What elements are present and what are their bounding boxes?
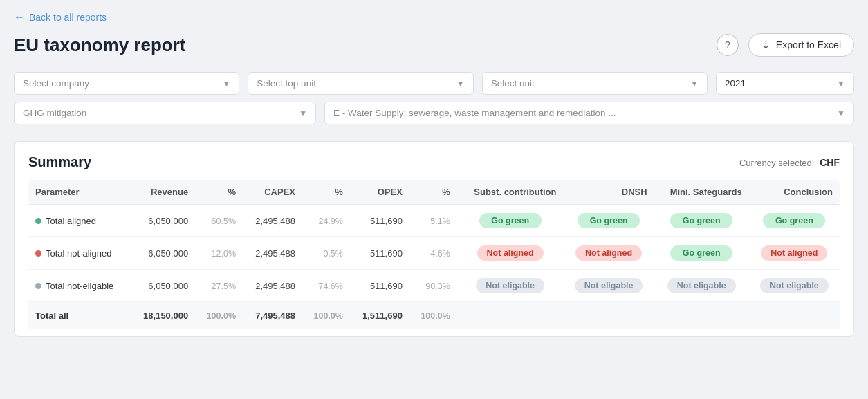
ghg-value: GHG mitigation [23, 108, 86, 118]
cell-opex: 511,690 [350, 205, 409, 237]
col-capex: CAPEX [243, 180, 302, 205]
chevron-down-icon: ▼ [299, 109, 307, 118]
help-icon: ? [725, 39, 730, 50]
conclusion-badge: Not eligable [760, 278, 829, 293]
currency-label: Currency selected: [739, 158, 814, 168]
cell-total-subst [457, 302, 564, 330]
col-opex: OPEX [350, 180, 409, 205]
top-unit-select[interactable]: Select top unit ▼ [248, 72, 473, 95]
cell-total-conclusion [749, 302, 840, 330]
cell-total-capex-pct: 100.0% [302, 302, 350, 330]
table-total-row: Total all 18,150,000 100.0% 7,495,488 10… [28, 302, 840, 330]
company-placeholder: Select company [23, 78, 89, 89]
row-dot-icon [35, 283, 41, 289]
cell-total-capex: 7,495,488 [243, 302, 302, 330]
cell-capex-pct: 74.6% [302, 270, 350, 302]
cell-capex: 2,495,488 [243, 205, 302, 237]
cell-capex: 2,495,488 [243, 270, 302, 302]
cell-total-revenue: 18,150,000 [130, 302, 195, 330]
unit-placeholder: Select unit [491, 78, 535, 89]
cell-capex: 2,495,488 [243, 237, 302, 270]
cell-revenue: 6,050,000 [130, 270, 195, 302]
cell-total-mini [654, 302, 749, 330]
cell-revenue-pct: 27.5% [195, 270, 243, 302]
chevron-down-icon: ▼ [837, 79, 845, 89]
cell-parameter: Total not-eligable [28, 270, 130, 302]
chevron-down-icon: ▼ [690, 79, 699, 89]
dnsh-badge: Not eligable [575, 278, 643, 293]
ghg-select[interactable]: GHG mitigation ▼ [14, 102, 316, 124]
sector-select[interactable]: E - Water Supply; sewerage, waste manage… [324, 102, 854, 124]
subst-badge: Not aligned [477, 245, 544, 261]
cell-opex-pct: 4.6% [409, 237, 457, 270]
cell-conclusion: Go green [749, 205, 840, 237]
unit-select[interactable]: Select unit ▼ [482, 72, 708, 95]
download-icon: ⇣ [761, 39, 770, 51]
page-title: EU taxonomy report [14, 35, 186, 56]
cell-revenue: 6,050,000 [130, 237, 195, 270]
currency-value: CHF [820, 157, 840, 168]
mini-badge: Go green [670, 245, 732, 261]
col-revenue-pct: % [195, 180, 243, 205]
summary-header: Summary Currency selected: CHF [28, 154, 840, 170]
cell-capex-pct: 24.9% [302, 205, 350, 237]
header-actions: ? ⇣ Export to Excel [717, 33, 854, 57]
mini-badge: Not eligable [667, 278, 736, 293]
conclusion-badge: Not aligned [761, 245, 827, 261]
cell-subst: Go green [457, 205, 564, 237]
currency-info: Currency selected: CHF [739, 157, 840, 168]
summary-section: Summary Currency selected: CHF Parameter… [14, 141, 854, 337]
sector-value: E - Water Supply; sewerage, waste manage… [333, 108, 616, 118]
col-opex-pct: % [409, 180, 457, 205]
page-header: EU taxonomy report ? ⇣ Export to Excel [14, 33, 854, 57]
chevron-down-icon: ▼ [456, 79, 465, 89]
cell-mini: Not eligable [654, 270, 749, 302]
conclusion-badge: Go green [763, 213, 825, 228]
col-capex-pct: % [302, 180, 350, 205]
table-row: Total aligned 6,050,000 60.5% 2,495,488 … [28, 205, 840, 237]
summary-table: Parameter Revenue % CAPEX % OPEX % Subst… [28, 180, 840, 329]
cell-dnsh: Go green [563, 205, 654, 237]
help-button[interactable]: ? [717, 34, 739, 56]
col-dnsh: DNSH [563, 180, 654, 205]
chevron-down-icon: ▼ [837, 109, 845, 118]
cell-revenue-pct: 12.0% [195, 237, 243, 270]
company-select[interactable]: Select company ▼ [14, 72, 239, 95]
cell-total-opex-pct: 100.0% [409, 302, 457, 330]
cell-parameter: Total aligned [28, 205, 130, 237]
col-revenue: Revenue [130, 180, 195, 205]
chevron-down-icon: ▼ [222, 79, 230, 89]
cell-total-dnsh [563, 302, 654, 330]
cell-capex-pct: 0.5% [302, 237, 350, 270]
cell-parameter: Total not-aligned [28, 237, 130, 270]
dnsh-badge: Go green [578, 213, 640, 228]
back-link[interactable]: ← Back to all reports [14, 11, 854, 24]
cell-opex-pct: 90.3% [409, 270, 457, 302]
table-row: Total not-eligable 6,050,000 27.5% 2,495… [28, 270, 840, 302]
top-unit-placeholder: Select top unit [257, 78, 316, 89]
cell-opex-pct: 5.1% [409, 205, 457, 237]
dnsh-badge: Not aligned [575, 245, 642, 261]
row-dot-icon [35, 250, 41, 257]
cell-mini: Go green [654, 237, 749, 270]
cell-opex: 511,690 [350, 237, 409, 270]
year-select[interactable]: 2021 ▼ [716, 72, 854, 95]
row-dot-icon [35, 218, 41, 224]
export-button[interactable]: ⇣ Export to Excel [748, 33, 854, 57]
summary-title: Summary [28, 154, 91, 170]
year-value: 2021 [725, 78, 746, 89]
back-link-label: Back to all reports [29, 12, 107, 23]
col-conclusion: Conclusion [749, 180, 840, 205]
cell-total-opex: 1,511,690 [350, 302, 409, 330]
table-header-row: Parameter Revenue % CAPEX % OPEX % Subst… [28, 180, 840, 205]
mini-badge: Go green [670, 213, 732, 228]
cell-subst: Not eligable [457, 270, 564, 302]
cell-opex: 511,690 [350, 270, 409, 302]
export-label: Export to Excel [776, 39, 841, 50]
table-row: Total not-aligned 6,050,000 12.0% 2,495,… [28, 237, 840, 270]
col-mini: Mini. Safeguards [654, 180, 749, 205]
cell-dnsh: Not aligned [563, 237, 654, 270]
cell-revenue: 6,050,000 [130, 205, 195, 237]
col-parameter: Parameter [28, 180, 130, 205]
subst-badge: Go green [479, 213, 542, 228]
